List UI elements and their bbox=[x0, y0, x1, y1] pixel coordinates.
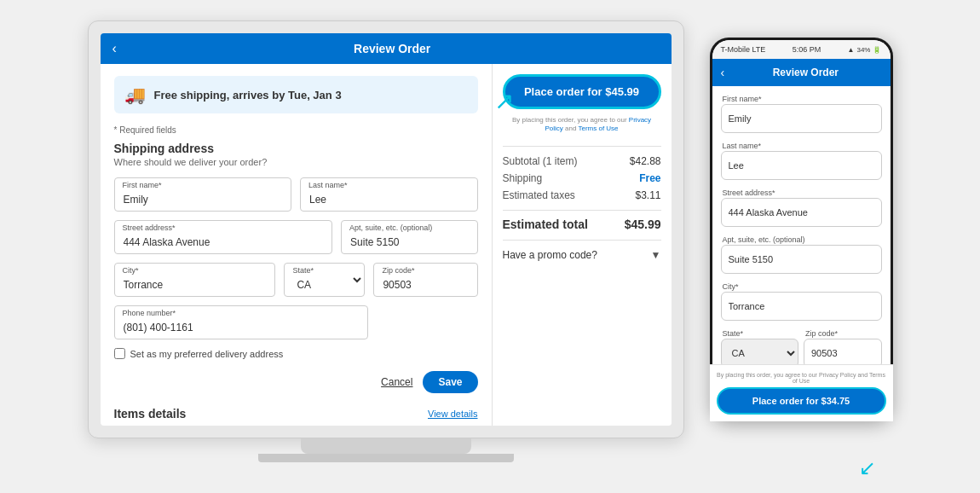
required-note: * Required fields bbox=[114, 125, 478, 135]
save-button[interactable]: Save bbox=[423, 371, 477, 393]
phone-apt-input[interactable] bbox=[721, 245, 882, 274]
subtotal-value: $42.88 bbox=[630, 155, 661, 167]
state-group: State* CA bbox=[284, 263, 365, 297]
city-label: City* bbox=[123, 266, 139, 275]
name-row: First name* Last name* bbox=[114, 177, 478, 212]
phone-group: Phone number* bbox=[114, 305, 369, 339]
phone-city-input[interactable] bbox=[721, 292, 882, 321]
city-group: City* bbox=[114, 263, 276, 297]
apt-group: Apt, suite, etc. (optional) bbox=[341, 220, 477, 254]
state-label: State* bbox=[292, 266, 314, 275]
shipping-value: Free bbox=[639, 172, 660, 184]
phone-back-button[interactable]: ‹ bbox=[721, 66, 725, 79]
battery-info: ▲ 34% 🔋 bbox=[848, 46, 882, 54]
address-row: Street address* Apt, suite, etc. (option… bbox=[114, 220, 478, 254]
phone-first-name-group: First name* bbox=[721, 95, 882, 133]
zip-group: Zip code* bbox=[373, 263, 477, 297]
street-group: Street address* bbox=[114, 220, 333, 254]
phone-last-name-input[interactable] bbox=[721, 151, 882, 180]
battery-icon: 🔋 bbox=[873, 46, 881, 54]
phone-terms-text: By placing this order, you agree to our … bbox=[717, 372, 886, 384]
view-details-link[interactable]: View details bbox=[428, 409, 478, 419]
phone-state-select[interactable]: CA bbox=[721, 339, 799, 368]
laptop-body: ‹ Review Order 🚚 Free shipping, arrives … bbox=[88, 20, 684, 438]
phone-device: T-Mobile LTE 5:06 PM ▲ 34% 🔋 ‹ Review Or… bbox=[710, 38, 893, 455]
phone-zip-group: Zip code* bbox=[804, 329, 882, 368]
place-order-button[interactable]: Place order for $45.99 bbox=[503, 74, 661, 109]
carrier-info: T-Mobile LTE bbox=[721, 45, 766, 54]
right-panel: Place order for $45.99 By placing this o… bbox=[493, 64, 672, 426]
phone-place-order-button[interactable]: Place order for $34.75 bbox=[717, 387, 886, 415]
laptop-stand bbox=[301, 438, 471, 454]
apt-label: Apt, suite, etc. (optional) bbox=[349, 223, 432, 232]
left-panel: 🚚 Free shipping, arrives by Tue, Jan 3 *… bbox=[101, 64, 493, 426]
cancel-button[interactable]: Cancel bbox=[381, 376, 412, 388]
estimated-total-value: $45.99 bbox=[625, 218, 661, 231]
phone-street-label: Street address* bbox=[721, 188, 882, 197]
laptop-screen: ‹ Review Order 🚚 Free shipping, arrives … bbox=[101, 33, 672, 426]
terms-text: By placing this order, you agree to our … bbox=[503, 116, 661, 134]
laptop-header: ‹ Review Order bbox=[101, 33, 672, 64]
phone-first-name-input[interactable] bbox=[721, 104, 882, 133]
phone-first-name-label: First name* bbox=[721, 95, 882, 103]
items-section-title: Items details bbox=[114, 407, 187, 420]
zip-label: Zip code* bbox=[382, 266, 414, 275]
phone-bottom-bar: By placing this order, you agree to our … bbox=[712, 364, 891, 419]
phone-status-bar: T-Mobile LTE 5:06 PM ▲ 34% 🔋 bbox=[712, 40, 891, 59]
shipping-address-title: Shipping address bbox=[114, 142, 478, 155]
truck-icon: 🚚 bbox=[124, 84, 146, 105]
phone-screen: T-Mobile LTE 5:06 PM ▲ 34% 🔋 ‹ Review Or… bbox=[712, 40, 891, 419]
phone-city-group: City* bbox=[721, 282, 882, 321]
phone-state-group: State* CA bbox=[721, 329, 799, 368]
last-name-group: Last name* bbox=[300, 177, 478, 212]
phone-header: ‹ Review Order bbox=[712, 59, 891, 86]
phone-label: Phone number* bbox=[123, 309, 176, 317]
first-name-group: First name* bbox=[114, 177, 292, 212]
street-label: Street address* bbox=[123, 223, 176, 232]
shipping-text: Free shipping, arrives by Tue, Jan 3 bbox=[154, 89, 342, 102]
promo-label: Have a promo code? bbox=[503, 249, 597, 261]
taxes-label: Estimated taxes bbox=[503, 189, 575, 201]
shipping-row: Shipping Free bbox=[503, 172, 661, 184]
phone-body: T-Mobile LTE 5:06 PM ▲ 34% 🔋 ‹ Review Or… bbox=[710, 38, 893, 421]
phone-row: Phone number* bbox=[114, 305, 478, 339]
city-state-zip-row: City* State* CA Zip code* bbox=[114, 263, 478, 297]
phone-zip-input[interactable] bbox=[804, 339, 882, 368]
taxes-value: $3.11 bbox=[635, 189, 660, 201]
shipping-address-subtitle: Where should we deliver your order? bbox=[114, 157, 478, 167]
preferred-address-checkbox[interactable] bbox=[114, 348, 125, 359]
phone-state-label: State* bbox=[721, 329, 799, 338]
subtotal-row: Subtotal (1 item) $42.88 bbox=[503, 155, 661, 167]
phone-form-content: First name* Last name* Street address* A… bbox=[712, 86, 891, 374]
preferred-address-row: Set as my preferred delivery address bbox=[114, 348, 478, 359]
promo-code-row[interactable]: Have a promo code? ▼ bbox=[503, 240, 661, 261]
phone-last-name-label: Last name* bbox=[721, 142, 882, 150]
wifi-icon: ▲ bbox=[848, 46, 855, 54]
page-title: Review Order bbox=[125, 42, 660, 55]
items-header: Items details View details bbox=[114, 407, 478, 420]
arrow-pointer: ↗ bbox=[494, 87, 514, 115]
phone-apt-label: Apt, suite, etc. (optional) bbox=[721, 235, 882, 244]
phone-street-group: Street address* bbox=[721, 188, 882, 227]
shipping-label: Shipping bbox=[503, 172, 543, 184]
preferred-address-label: Set as my preferred delivery address bbox=[130, 349, 284, 359]
terms-of-use-link[interactable]: Terms of Use bbox=[578, 125, 618, 132]
phone-apt-group: Apt, suite, etc. (optional) bbox=[721, 235, 882, 274]
shipping-banner: 🚚 Free shipping, arrives by Tue, Jan 3 bbox=[114, 76, 478, 113]
subtotal-label: Subtotal (1 item) bbox=[503, 155, 578, 167]
order-summary: Subtotal (1 item) $42.88 Shipping Free E… bbox=[503, 146, 661, 261]
content-area: 🚚 Free shipping, arrives by Tue, Jan 3 *… bbox=[101, 64, 672, 426]
phone-page-title: Review Order bbox=[729, 67, 881, 78]
laptop-base bbox=[258, 454, 514, 462]
chevron-down-icon: ▼ bbox=[651, 249, 661, 261]
time-display: 5:06 PM bbox=[793, 45, 821, 54]
back-button[interactable]: ‹ bbox=[112, 41, 117, 56]
phone-last-name-group: Last name* bbox=[721, 142, 882, 180]
phone-zip-label: Zip code* bbox=[804, 329, 882, 338]
phone-city-label: City* bbox=[721, 282, 882, 291]
laptop-device: ‹ Review Order 🚚 Free shipping, arrives … bbox=[88, 20, 684, 473]
battery-level: 34% bbox=[856, 46, 870, 54]
estimated-total-label: Estimated total bbox=[503, 218, 588, 231]
estimated-total-row: Estimated total $45.99 bbox=[503, 210, 661, 231]
phone-street-input[interactable] bbox=[721, 198, 882, 227]
